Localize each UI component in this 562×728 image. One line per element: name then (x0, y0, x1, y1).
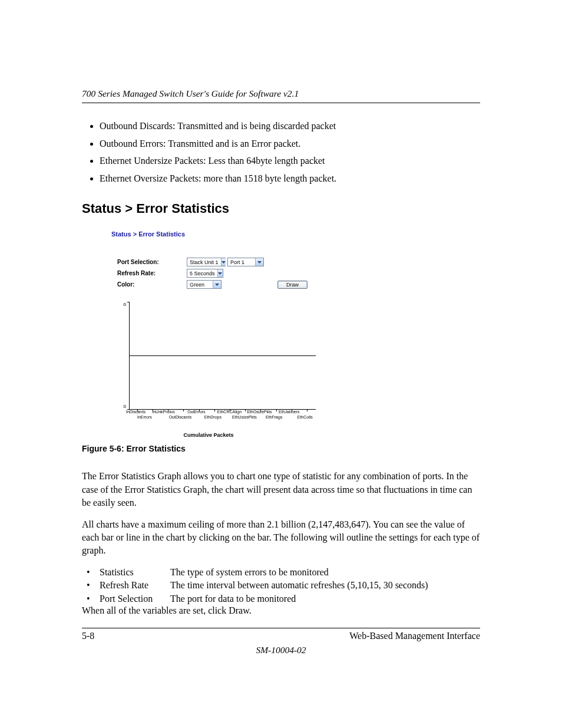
list-item: Outbound Discards: Transmitted and is be… (100, 120, 480, 133)
def-term: Port Selection (100, 592, 170, 605)
x-tick-label: OutDiscards (169, 415, 192, 419)
chart-area: 0 0 (117, 302, 441, 410)
list-item: • Statistics The type of system errors t… (82, 566, 480, 579)
list-item: Outbound Errors: Transmitted and is an E… (100, 137, 480, 150)
list-item: Ethernet Oversize Packets: more than 151… (100, 172, 480, 185)
figure-error-statistics: Status > Error Statistics Port Selection… (111, 230, 441, 438)
chart-title: Cumulative Packets (82, 432, 335, 438)
bullet-icon: • (87, 566, 100, 579)
chevron-down-icon (213, 281, 221, 288)
x-tick-label: EthOsizePkts (247, 410, 272, 414)
svg-marker-3 (215, 284, 219, 286)
x-tick-label: InErrors (137, 415, 152, 419)
refresh-rate-value: 5 Seconds (190, 271, 215, 276)
x-tick-label: EthColls (297, 415, 313, 419)
port-value: Port 1 (230, 259, 253, 265)
list-item: • Port Selection The port for data to be… (82, 592, 480, 605)
chevron-down-icon (255, 258, 263, 266)
color-value: Green (190, 282, 210, 288)
running-header: 700 Series Managed Switch User's Guide f… (82, 88, 480, 99)
refresh-rate-label: Refresh Rate: (117, 270, 187, 276)
config-form: Port Selection: Stack Unit 1 Port 1 Refr… (117, 258, 441, 289)
stack-unit-value: Stack Unit 1 (190, 259, 219, 265)
draw-button[interactable]: Draw (277, 281, 308, 289)
chart-plot[interactable] (129, 302, 316, 410)
x-tick-label: EthJabbers (279, 410, 299, 414)
x-tick-label: EthCRCAlign (217, 410, 242, 414)
x-tick-label: EthUsizePkts (232, 415, 257, 419)
list-item: • Refresh Rate The time interval between… (82, 579, 480, 592)
definition-list: • Statistics The type of system errors t… (82, 566, 480, 605)
header-rule (82, 103, 480, 103)
bullet-icon: • (87, 579, 100, 592)
def-desc: The time interval between automatic refr… (170, 579, 480, 592)
bullet-icon: • (87, 592, 100, 605)
figure-inner-title: Status > Error Statistics (111, 230, 441, 238)
x-tick-label: InDiscards (126, 410, 146, 414)
port-selection-label: Port Selection: (117, 259, 187, 265)
color-label: Color: (117, 281, 187, 288)
page-number: 5-8 (82, 631, 94, 641)
svg-marker-2 (218, 272, 222, 275)
def-term: Statistics (100, 566, 170, 579)
footer-section: Web-Based Management Interface (349, 631, 480, 641)
body-paragraph: When all of the variables are set, click… (82, 605, 480, 616)
figure-caption: Figure 5-6: Error Statistics (82, 444, 480, 453)
y-tick-label: 0 (124, 302, 126, 307)
svg-marker-1 (257, 261, 262, 263)
x-axis-labels: InDiscards InErrors InUnkProtos OutDisca… (126, 410, 312, 420)
x-tick-label: OutErrors (187, 410, 205, 414)
y-tick-label: 0 (124, 404, 126, 409)
intro-bullet-list: Outbound Discards: Transmitted and is be… (82, 120, 480, 185)
list-item: Ethernet Undersize Packets: Less than 64… (100, 154, 480, 167)
chevron-down-icon (217, 269, 223, 277)
x-tick-label: InUnkProtos (152, 410, 175, 414)
body-paragraph: The Error Statistics Graph allows you to… (82, 470, 480, 509)
port-select[interactable]: Port 1 (227, 258, 264, 266)
svg-marker-0 (222, 261, 226, 263)
document-id: SM-10004-02 (82, 645, 480, 655)
color-select[interactable]: Green (187, 280, 222, 289)
def-term: Refresh Rate (100, 579, 170, 592)
y-axis: 0 0 (117, 302, 129, 409)
page-footer: 5-8 Web-Based Management Interface (82, 631, 480, 641)
footer-rule (82, 628, 480, 628)
refresh-rate-select[interactable]: 5 Seconds (187, 269, 223, 278)
def-desc: The type of system errors to be monitore… (170, 566, 480, 579)
body-paragraph: All charts have a maximum ceiling of mor… (82, 518, 480, 558)
x-tick-label: EthDrops (204, 415, 222, 419)
chevron-down-icon (221, 258, 226, 266)
section-heading: Status > Error Statistics (82, 201, 480, 216)
def-desc: The port for data to be monitored (170, 592, 480, 605)
stack-unit-select[interactable]: Stack Unit 1 (187, 258, 226, 266)
x-tick-label: EthFrags (266, 415, 282, 419)
